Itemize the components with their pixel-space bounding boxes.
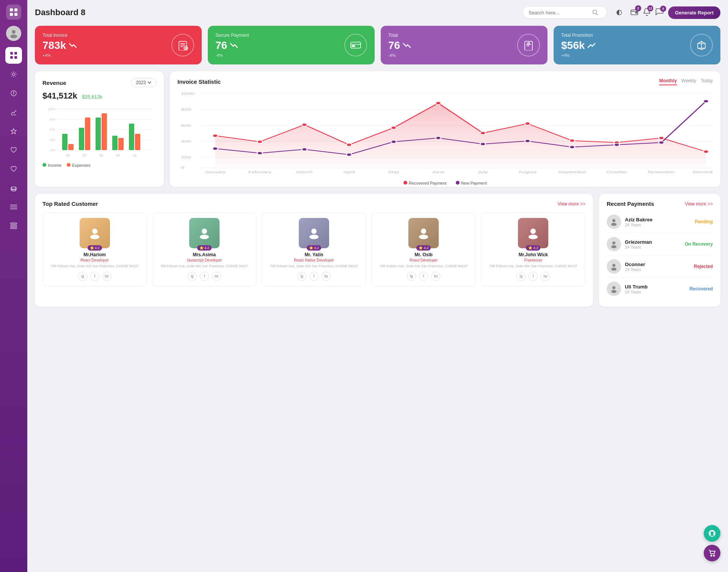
stat-trend-2: -4% [388, 53, 411, 58]
sidebar-item-dashboard[interactable] [5, 47, 22, 64]
svg-point-98 [436, 136, 441, 139]
svg-point-102 [614, 143, 619, 146]
sidebar-item-analytics[interactable] [5, 104, 22, 121]
svg-point-81 [212, 134, 218, 137]
payment-item-1: Griezerman 24 Years On Recovery [607, 233, 713, 255]
svg-text:April: April [343, 170, 355, 174]
twitter-icon-3[interactable]: tw [431, 272, 440, 281]
stat-cards: Total invoice 783k +4% [35, 26, 720, 64]
svg-rect-60 [102, 113, 107, 150]
payment-status-1: On Recovery [685, 241, 713, 247]
svg-rect-1 [14, 8, 17, 11]
headset-icon [708, 530, 716, 537]
search-icon [592, 9, 598, 16]
rating-badge-2: ⭐ 4.2 [307, 245, 321, 251]
stat-icon-2 [517, 34, 540, 56]
svg-text:May: May [388, 170, 400, 174]
avatar[interactable] [6, 26, 21, 41]
twitter-icon-4[interactable]: tw [541, 272, 550, 281]
twitter-icon-0[interactable]: tw [102, 272, 111, 281]
payment-item-0: Aziz Bakree 24 Years Pending [607, 211, 713, 233]
svg-text:July: July [478, 170, 488, 174]
svg-point-88 [525, 122, 530, 125]
bell-icon[interactable]: 12 [643, 8, 651, 18]
svg-point-139 [714, 555, 715, 556]
svg-point-23 [593, 10, 597, 14]
svg-rect-0 [10, 8, 13, 11]
recovered-legend-dot [403, 181, 407, 185]
facebook-icon-3[interactable]: f [419, 272, 428, 281]
twitter-icon-1[interactable]: tw [212, 272, 221, 281]
sidebar-item-settings[interactable] [5, 66, 22, 83]
instagram-icon-3[interactable]: ig [407, 272, 416, 281]
tab-monthly[interactable]: Monthly [659, 78, 677, 85]
instagram-icon-1[interactable]: ig [188, 272, 197, 281]
payments-list: Aziz Bakree 24 Years Pending Griezerman [607, 211, 713, 300]
payments-view-more[interactable]: View more >> [685, 201, 713, 207]
stat-icon-1 [344, 34, 367, 56]
customers-view-more[interactable]: View more >> [557, 201, 585, 207]
svg-rect-20 [11, 223, 17, 224]
dark-mode-toggle[interactable] [613, 6, 626, 19]
svg-point-138 [711, 555, 712, 556]
customer-photo-1: ⭐ 4.2 [189, 218, 220, 248]
sidebar-item-info[interactable] [5, 85, 22, 102]
instagram-icon-2[interactable]: ig [297, 272, 306, 281]
bar-chart: 1000 800 600 400 200 06 [42, 105, 156, 166]
new-payment-legend-dot [456, 181, 460, 185]
invoice-legend: Recovered Payment New Payment [177, 179, 713, 186]
sidebar-logo[interactable] [6, 5, 21, 20]
generate-report-button[interactable]: Generate Report [668, 6, 720, 19]
svg-point-93 [212, 147, 218, 150]
svg-point-4 [12, 30, 16, 34]
stat-value-0: 783k [42, 39, 66, 52]
tab-today[interactable]: Today [701, 78, 713, 85]
facebook-icon-0[interactable]: f [90, 272, 99, 281]
svg-rect-59 [96, 118, 101, 150]
svg-point-127 [612, 219, 615, 222]
twitter-icon-2[interactable]: tw [322, 272, 331, 281]
svg-text:800: 800 [181, 108, 191, 111]
wallet-icon[interactable]: 2 [630, 8, 639, 18]
svg-rect-56 [79, 128, 84, 150]
svg-rect-26 [635, 12, 637, 13]
facebook-icon-4[interactable]: f [529, 272, 538, 281]
instagram-icon-4[interactable]: ig [516, 272, 526, 281]
sidebar-item-menu[interactable] [5, 199, 22, 215]
customer-role-2: React Native Developer [265, 258, 362, 262]
customer-addr-4: 795 Folsom Ave, Suite 600 San Francisco,… [485, 264, 582, 269]
payment-age-1: 24 Years [625, 245, 681, 249]
sidebar-item-saved[interactable] [5, 161, 22, 177]
customer-name-0: Mr.Hariom [46, 252, 143, 257]
svg-rect-53 [62, 134, 67, 150]
customer-role-4: Freelancer [485, 258, 582, 262]
facebook-icon-1[interactable]: f [200, 272, 209, 281]
svg-point-133 [612, 286, 615, 289]
customer-item-2: ⭐ 4.2 Mr. Yatin React Native Developer 7… [262, 212, 366, 287]
svg-point-91 [659, 136, 664, 139]
svg-rect-21 [11, 225, 17, 226]
svg-point-87 [480, 132, 485, 135]
rating-badge-1: ⭐ 4.2 [197, 245, 212, 251]
payment-age-2: 24 Years [625, 267, 690, 272]
svg-rect-54 [68, 144, 74, 150]
search-input[interactable] [529, 10, 589, 16]
chat-icon[interactable]: 5 [655, 8, 664, 17]
invoice-title: Invoice Statistic [177, 78, 221, 85]
sidebar-item-list[interactable] [5, 218, 22, 234]
sidebar-item-favorites[interactable] [5, 123, 22, 139]
sidebar-item-heart[interactable] [5, 142, 22, 158]
cart-float-button[interactable] [704, 545, 720, 561]
svg-text:1000: 1000 [48, 107, 55, 111]
customer-item-3: ⭐ 4.2 Mr. Osib React Developer 795 Folso… [372, 212, 476, 287]
facebook-icon-2[interactable]: f [309, 272, 318, 281]
support-float-button[interactable] [704, 525, 720, 542]
svg-point-82 [257, 140, 262, 143]
tab-weekly[interactable]: Weekly [681, 78, 696, 85]
year-select[interactable]: 2023 [131, 78, 156, 87]
svg-rect-36 [352, 45, 355, 47]
sidebar-item-print[interactable] [5, 180, 22, 196]
svg-text:400: 400 [50, 138, 55, 142]
instagram-icon-0[interactable]: ig [78, 272, 87, 281]
svg-point-120 [200, 235, 209, 239]
